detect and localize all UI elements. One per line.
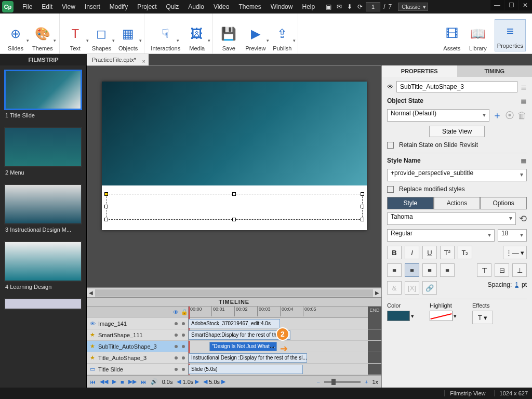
interactions-button[interactable]: ☟Interactions (151, 24, 180, 51)
font-weight-select[interactable]: Regular (387, 229, 495, 242)
stage-hscroll[interactable]: ◀ ▶ (87, 288, 381, 297)
state-view-button[interactable]: State View (429, 126, 485, 137)
menu-help[interactable]: Help (297, 3, 320, 10)
slide-thumb-2[interactable]: 2 Menu (4, 127, 82, 180)
delete-state-icon[interactable]: 🗑 (517, 110, 527, 121)
menu-view[interactable]: View (57, 3, 80, 10)
highlight-drop-icon[interactable]: ▾ (454, 313, 457, 320)
menu-video[interactable]: Video (209, 3, 234, 10)
window-close[interactable]: ✕ (518, 0, 532, 10)
assets-button[interactable]: 🎞Assets (443, 24, 461, 51)
menu-audio[interactable]: Audio (183, 3, 209, 10)
shapes-button[interactable]: ◻Shapes (92, 24, 111, 51)
align-left-button[interactable]: ≡ (387, 263, 402, 277)
file-tab[interactable]: PracticeFile.cptx* × (87, 54, 149, 65)
tl-audio-icon[interactable]: 🔊 (151, 378, 158, 385)
eye-icon[interactable]: 👁 (89, 321, 96, 327)
clear-format-button[interactable]: [X] (405, 281, 419, 295)
menu-window[interactable]: Window (266, 3, 298, 10)
state-menu-icon[interactable]: ≣ (521, 97, 527, 105)
menu-insert[interactable]: Insert (80, 3, 105, 10)
filmstrip-panel[interactable]: 1 Title Slide 2 Menu 3 Instructional Des… (0, 65, 87, 388)
library-button[interactable]: 📖Library (469, 24, 487, 51)
actions-subtab[interactable]: Actions (434, 197, 481, 209)
bold-button[interactable]: B (387, 246, 402, 259)
tl-dur-right-icon[interactable]: ▶ (221, 378, 225, 385)
globe-icon[interactable]: ⦿ (505, 110, 514, 121)
tl-elapsed-left-icon[interactable]: ◀ (177, 378, 181, 385)
style-name-select[interactable]: +provide_perspective_subtitle (387, 169, 527, 181)
clip-image[interactable]: AdobeStock_370219467_edit:4.0s (189, 319, 280, 328)
list-style-select[interactable]: ⋮— ▾ (503, 246, 527, 259)
visibility-toggle-icon[interactable]: 👁 (387, 83, 393, 90)
preview-button[interactable]: ▶Preview (245, 24, 265, 51)
cloud-fonts-icon[interactable]: ⟲ (519, 213, 527, 224)
subscript-button[interactable]: T₂ (458, 246, 472, 259)
style-menu-icon[interactable]: ≣ (521, 156, 527, 165)
retain-state-checkbox[interactable] (387, 142, 394, 149)
slides-button[interactable]: ⊕Slides (6, 24, 25, 51)
font-size-select[interactable]: 18 (498, 229, 527, 242)
tl-dur-left-icon[interactable]: ◀ (203, 378, 207, 385)
stage-area[interactable]: ⟳ (87, 65, 381, 288)
clip-slide[interactable]: Slide (5.0s) (189, 365, 303, 374)
publish-button[interactable]: ⇪Publish (273, 24, 291, 51)
sync-icon[interactable]: ⟳ (357, 3, 363, 10)
slide-thumb-3[interactable]: 3 Instructional Design M... (4, 184, 82, 237)
tl-prev-icon[interactable]: ◀◀ (100, 378, 108, 385)
font-select[interactable]: Tahoma (387, 212, 516, 225)
tl-zoom-in-icon[interactable]: + (365, 379, 368, 385)
tl-next-icon[interactable]: ▶▶ (128, 378, 137, 385)
properties-button[interactable]: ≡Properties (495, 19, 526, 51)
color-drop-icon[interactable]: ▾ (411, 313, 414, 320)
italic-button[interactable]: I (405, 246, 419, 259)
link-button[interactable]: 🔗 (422, 281, 437, 295)
timing-tab[interactable]: TIMING (457, 65, 533, 77)
style-subtab[interactable]: Style (387, 197, 434, 209)
menu-file[interactable]: File (18, 3, 37, 10)
workspace-select[interactable]: Classic (398, 3, 428, 11)
tl-first-icon[interactable]: ⏮ (90, 379, 96, 385)
selected-subtitle-shape[interactable] (106, 194, 363, 220)
menu-quiz[interactable]: Quiz (162, 3, 184, 10)
tl-zoom-slider[interactable] (324, 381, 361, 383)
superscript-button[interactable]: T² (440, 246, 455, 259)
menu-edit[interactable]: Edit (37, 3, 57, 10)
valign-top-button[interactable]: ⊤ (477, 263, 491, 277)
tl-elapsed-right-icon[interactable]: ▶ (195, 378, 199, 385)
slide-thumb-4[interactable]: 4 Learning Design (4, 241, 82, 294)
options-subtab[interactable]: Options (480, 197, 527, 209)
tl-zoom-out-icon[interactable]: − (317, 379, 320, 385)
properties-tab[interactable]: PROPERTIES (382, 65, 457, 77)
slide-canvas[interactable]: ⟳ (102, 82, 367, 230)
overlay-icon[interactable]: ▣ (326, 3, 331, 10)
text-button[interactable]: TText (66, 24, 85, 51)
align-center-button[interactable]: ≡ (405, 263, 419, 277)
download-icon[interactable]: ⬇ (347, 3, 352, 10)
ampersand-button[interactable]: & (387, 281, 402, 295)
timeline-track[interactable]: 00:0000:0100:0200:0300:0400:05 END Adobe… (189, 307, 381, 375)
window-maximize[interactable]: ☐ (504, 0, 518, 10)
themes-button[interactable]: 🎨Themes (32, 24, 53, 51)
align-justify-button[interactable]: ≡ (440, 263, 455, 277)
visibility-col-icon[interactable]: 👁 (173, 309, 179, 315)
replace-styles-checkbox[interactable] (387, 186, 394, 193)
slide-thumb-1[interactable]: 1 Title Slide (4, 70, 82, 123)
add-state-icon[interactable]: ＋ (493, 109, 502, 122)
scroll-right-icon[interactable]: ▶ (373, 290, 381, 296)
current-slide-input[interactable] (366, 2, 380, 11)
timeline-layer-slide[interactable]: ▭Title Slide (87, 364, 188, 375)
window-minimize[interactable]: — (490, 0, 504, 10)
timeline-layer-subtitle[interactable]: ★SubTitle_AutoShape_3 (87, 341, 188, 352)
text-effects-select[interactable]: T ▾ (472, 311, 493, 324)
mail-icon[interactable]: ✉ (337, 3, 342, 10)
clip-smartshape[interactable]: SmartShape:Display for the rest of the s… (189, 330, 290, 340)
clip-subtitle[interactable]: "Design Is Not Just What ... (209, 342, 277, 351)
spacing-value[interactable]: 1 (515, 281, 518, 295)
tl-last-icon[interactable]: ⏭ (141, 379, 147, 385)
objects-button[interactable]: ▦Objects (118, 24, 138, 51)
tl-play-icon[interactable]: ▶ (112, 378, 116, 385)
menu-themes[interactable]: Themes (234, 3, 265, 10)
clip-title[interactable]: Instructional Design :Display for the re… (189, 353, 307, 363)
tl-stop-icon[interactable]: ■ (121, 379, 124, 385)
